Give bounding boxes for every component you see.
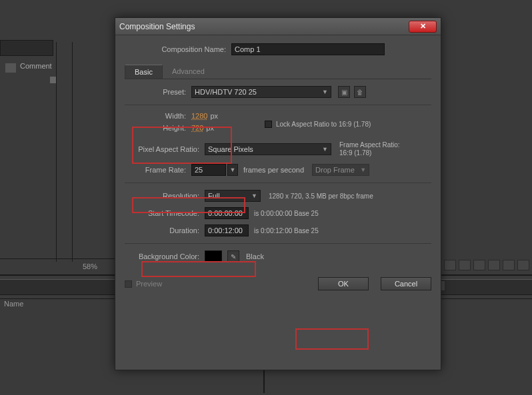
comment-header: Comment bbox=[20, 62, 52, 70]
bg-panel bbox=[0, 40, 53, 56]
frame-aspect-info: Frame Aspect Ratio: 16:9 (1.78) bbox=[339, 141, 400, 157]
start-timecode-info: is 0:00:00:00 Base 25 bbox=[254, 210, 319, 217]
viewer-toolbar bbox=[429, 260, 529, 270]
height-label: Height: bbox=[125, 124, 191, 132]
tab-advanced[interactable]: Advanced bbox=[163, 65, 214, 79]
preview-checkbox bbox=[125, 280, 132, 288]
tag-icon bbox=[5, 63, 16, 73]
dropframe-select: Drop Frame ▼ bbox=[312, 164, 369, 176]
tabs: Basic Advanced bbox=[125, 65, 431, 79]
preset-select[interactable]: HDV/HDTV 720 25 ▼ bbox=[191, 86, 331, 98]
width-value[interactable]: 1280 bbox=[191, 112, 207, 120]
trash-icon: 🗑 bbox=[357, 89, 363, 96]
framerate-input[interactable] bbox=[191, 164, 226, 176]
eyedropper-button[interactable]: ✎ bbox=[227, 250, 239, 262]
resolution-select[interactable]: Full ▼ bbox=[205, 190, 261, 202]
zoom-readout: 58% bbox=[83, 262, 97, 270]
chevron-down-icon: ▼ bbox=[230, 167, 236, 173]
width-unit: px bbox=[210, 112, 218, 120]
close-button[interactable]: ✕ bbox=[409, 21, 437, 33]
resolution-info: 1280 x 720, 3.5 MB per 8bpc frame bbox=[269, 193, 373, 200]
preview-label: Preview bbox=[136, 280, 162, 288]
bgcolor-label: Background Color: bbox=[125, 252, 205, 260]
tab-basic[interactable]: Basic bbox=[125, 65, 163, 79]
lock-aspect-label: Lock Aspect Ratio to 16:9 (1.78) bbox=[276, 121, 371, 128]
divider bbox=[125, 183, 431, 183]
divider bbox=[125, 243, 431, 244]
chevron-down-icon: ▼ bbox=[251, 193, 257, 199]
duration-label: Duration: bbox=[125, 226, 205, 234]
framerate-dropdown-button[interactable]: ▼ bbox=[227, 164, 238, 176]
duration-input[interactable] bbox=[205, 224, 249, 236]
comp-name-input[interactable] bbox=[231, 43, 385, 55]
divider bbox=[0, 258, 117, 259]
eyedropper-icon: ✎ bbox=[231, 253, 236, 260]
close-icon: ✕ bbox=[420, 22, 426, 31]
framerate-label: Frame Rate: bbox=[125, 166, 191, 174]
resolution-label: Resolution: bbox=[125, 192, 205, 200]
chevron-down-icon: ▼ bbox=[360, 167, 366, 173]
framerate-unit: frames per second bbox=[243, 166, 304, 174]
bgcolor-swatch[interactable] bbox=[205, 250, 222, 262]
name-column-header: Name bbox=[4, 300, 23, 308]
dialog-title: Composition Settings bbox=[119, 22, 409, 31]
cancel-button[interactable]: Cancel bbox=[381, 277, 431, 290]
chevron-down-icon: ▼ bbox=[322, 89, 328, 95]
delete-preset-button[interactable]: 🗑 bbox=[354, 86, 366, 98]
width-label: Width: bbox=[125, 112, 191, 120]
height-value[interactable]: 720 bbox=[191, 124, 203, 132]
bgcolor-name: Black bbox=[246, 252, 264, 260]
preview-toggle: Preview bbox=[125, 280, 162, 288]
save-icon: ▣ bbox=[341, 89, 347, 96]
divider bbox=[72, 42, 73, 262]
titlebar[interactable]: Composition Settings ✕ bbox=[115, 18, 441, 35]
dropframe-value: Drop Frame bbox=[315, 166, 355, 174]
par-select[interactable]: Square Pixels ▼ bbox=[205, 143, 331, 155]
par-value: Square Pixels bbox=[208, 145, 253, 153]
height-unit: px bbox=[206, 124, 214, 132]
lock-aspect-checkbox[interactable] bbox=[265, 121, 272, 128]
chevron-down-icon: ▼ bbox=[322, 146, 328, 153]
divider bbox=[56, 42, 57, 262]
start-timecode-input[interactable] bbox=[205, 207, 249, 219]
preset-label: Preset: bbox=[125, 88, 191, 96]
ok-button[interactable]: OK bbox=[318, 277, 369, 290]
preset-value: HDV/HDTV 720 25 bbox=[195, 88, 257, 96]
resolution-value: Full bbox=[208, 192, 220, 200]
comp-name-label: Composition Name: bbox=[125, 45, 231, 53]
divider bbox=[125, 105, 431, 105]
composition-settings-dialog: Composition Settings ✕ Composition Name:… bbox=[115, 17, 441, 370]
start-timecode-label: Start Timecode: bbox=[125, 209, 205, 217]
par-label: Pixel Aspect Ratio: bbox=[125, 145, 205, 153]
duration-info: is 0:00:12:00 Base 25 bbox=[254, 227, 319, 234]
save-preset-button[interactable]: ▣ bbox=[338, 86, 350, 98]
